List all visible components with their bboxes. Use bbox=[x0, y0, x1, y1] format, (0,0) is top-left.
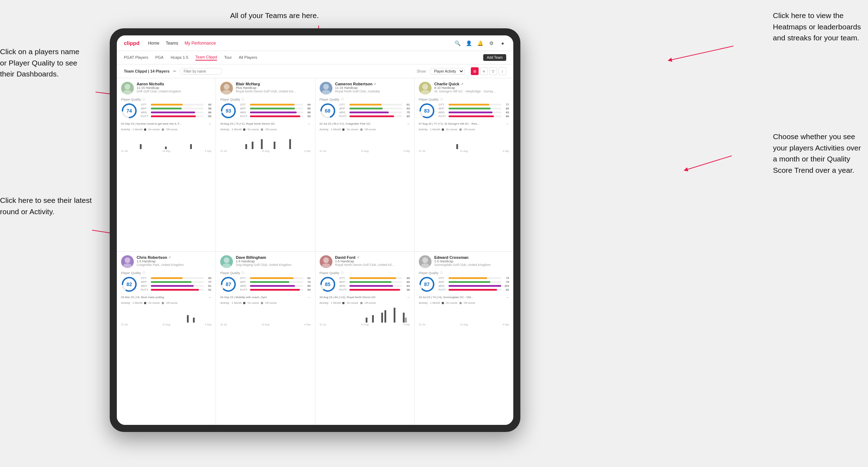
chart-bar-group bbox=[360, 322, 362, 323]
arrow-heatmaps bbox=[663, 35, 733, 64]
score-circle[interactable]: 82 bbox=[121, 276, 137, 292]
player-name[interactable]: Aaron Nicholls bbox=[137, 82, 211, 86]
player-club: Sunningdale Golf Club, United Kingdom bbox=[434, 263, 509, 267]
nav-teams[interactable]: Teams bbox=[166, 41, 178, 46]
stat-row-putt: PUTT 85 bbox=[141, 115, 211, 118]
tab-team-clippd[interactable]: Team Clippd bbox=[195, 55, 217, 61]
add-team-button[interactable]: Add Team bbox=[483, 54, 506, 61]
player-card-1[interactable]: Blair McHarg Plus Handicap Royal North D… bbox=[216, 78, 315, 251]
chart-bar-empty bbox=[322, 149, 324, 149]
table-view-button[interactable]: ≡ bbox=[480, 67, 488, 75]
chart-bar-empty bbox=[401, 149, 402, 149]
player-header: Chris Robertson ✓ 1-5 Handicap Craigmill… bbox=[121, 255, 211, 268]
stat-bar-fill-ott bbox=[349, 277, 396, 279]
chart-date-mid: 21 Aug bbox=[262, 323, 269, 326]
player-name[interactable]: Dave Billingham bbox=[236, 255, 310, 260]
player-card-2[interactable]: Cameron Robertson ✓ 11-15 Handicap Royal… bbox=[315, 78, 414, 251]
chart-bar-group bbox=[223, 149, 226, 149]
player-name[interactable]: David Ford ✓ bbox=[335, 255, 410, 260]
chart-bar-group bbox=[187, 149, 190, 149]
tab-tour[interactable]: Tour bbox=[224, 55, 232, 60]
grid-view-button[interactable]: ⊞ bbox=[471, 67, 479, 75]
stat-value-app: 58 bbox=[205, 107, 211, 110]
chart-bar-empty bbox=[506, 322, 508, 323]
chart-bar-group bbox=[382, 149, 385, 149]
player-card-6[interactable]: David Ford ✓ 1-5 Handicap Royal North De… bbox=[315, 252, 414, 425]
chart-bar-empty bbox=[350, 322, 352, 323]
nav-home[interactable]: Home bbox=[148, 41, 159, 46]
chart-bar-group bbox=[127, 149, 130, 149]
chart-bar-empty bbox=[360, 149, 362, 149]
stat-value-putt: 85 bbox=[404, 115, 410, 118]
tab-pgat[interactable]: PGAT Players bbox=[124, 55, 148, 60]
tab-all-players[interactable]: All Players bbox=[239, 55, 257, 60]
chart-bar-group bbox=[162, 322, 165, 323]
chart-bar-empty bbox=[491, 322, 492, 323]
player-card-7[interactable]: Edward Crossman 1-5 Handicap Sunningdale… bbox=[415, 252, 513, 425]
chart-bar-empty bbox=[193, 149, 195, 149]
nav-my-performance[interactable]: My Performance bbox=[185, 41, 216, 46]
tab-hcaps[interactable]: Hcaps 1-5 bbox=[171, 55, 188, 60]
latest-round[interactable]: 26 Aug 23 | 73 (+1), Royal North Devon G… bbox=[220, 122, 310, 126]
filter-input[interactable] bbox=[180, 68, 222, 75]
filter-view-button[interactable]: ▽ bbox=[489, 67, 497, 75]
latest-round[interactable]: 02 Sep 23 | Sunrise round to get back in… bbox=[121, 122, 211, 126]
search-icon[interactable]: 🔍 bbox=[454, 40, 461, 47]
score-circle[interactable]: 87 bbox=[419, 276, 435, 292]
show-select[interactable]: Player Activity bbox=[430, 68, 464, 75]
stat-row-arg: ARG 81 bbox=[141, 284, 211, 287]
settings-icon[interactable]: ⚙ bbox=[488, 40, 495, 47]
stat-row-putt: PUTT 95 bbox=[240, 115, 310, 118]
chart-date-mid: 21 Aug bbox=[460, 150, 468, 152]
latest-round[interactable]: 02 Jul 23 | 59 (+17), Craigmillar Park G… bbox=[320, 122, 410, 126]
round-arrow-icon: → bbox=[208, 295, 211, 299]
score-circle[interactable]: 83 bbox=[419, 103, 435, 119]
user-icon[interactable]: 👤 bbox=[465, 40, 472, 47]
quality-content: 83 OTT 77 APP 80 bbox=[419, 103, 509, 119]
player-name[interactable]: Edward Crossman bbox=[434, 255, 509, 260]
activity-label: Activity · 1 Month On course Off course bbox=[220, 128, 310, 131]
player-name[interactable]: Cameron Robertson ✓ bbox=[335, 82, 410, 86]
player-card-5[interactable]: Dave Billingham 1-5 Handicap Sog Maging … bbox=[216, 252, 315, 425]
latest-round[interactable]: 19 Jul 23 | 74 (+4), Sunningdale GC - Ol… bbox=[419, 295, 509, 299]
chart-bar-group bbox=[137, 322, 139, 323]
chart-bar-group bbox=[370, 149, 372, 149]
player-name[interactable]: Chris Robertson ✓ bbox=[137, 255, 211, 260]
chart-bar-empty bbox=[329, 149, 331, 149]
score-circle[interactable]: 68 bbox=[320, 103, 336, 119]
stat-label-ott: OTT bbox=[240, 103, 249, 106]
chart-bar-group bbox=[428, 322, 431, 323]
edit-icon[interactable]: ✏ bbox=[173, 69, 176, 74]
latest-round[interactable]: 04 Sep 23 | Mobility with coach, Gym → bbox=[220, 295, 310, 299]
avatar-icon[interactable]: ● bbox=[499, 40, 506, 47]
score-circle[interactable]: 85 bbox=[320, 276, 336, 292]
stat-bar-fill-app bbox=[250, 281, 289, 283]
score-circle[interactable]: 74 bbox=[121, 103, 137, 119]
latest-round[interactable]: 07 Aug 23 | 77 (+7), St George's Hill GC… bbox=[419, 122, 509, 126]
player-card-3[interactable]: Charlie Quick ✓ 6-10 Handicap St. George… bbox=[415, 78, 513, 251]
sort-view-button[interactable]: ↕ bbox=[498, 67, 506, 75]
stat-label-putt: PUTT bbox=[141, 115, 149, 118]
player-card-4[interactable]: Chris Robertson ✓ 1-5 Handicap Craigmill… bbox=[117, 252, 216, 425]
chart-bar-on bbox=[165, 147, 167, 149]
bell-icon[interactable]: 🔔 bbox=[476, 40, 484, 47]
latest-round[interactable]: 26 Aug 23 | 84 (+12), Royal North Devon … bbox=[320, 295, 410, 299]
chart-bar-group bbox=[308, 322, 311, 323]
chart-bar-on bbox=[394, 308, 395, 323]
score-circle[interactable]: 87 bbox=[220, 276, 236, 292]
tab-pga[interactable]: PGA bbox=[155, 55, 164, 60]
chart-bar-empty bbox=[447, 149, 449, 149]
latest-round[interactable]: 03 Mar 23 | 19, Must make putting → bbox=[121, 295, 211, 299]
on-course-dot bbox=[442, 129, 444, 131]
chart-bar-off bbox=[405, 318, 407, 323]
player-header: Edward Crossman 1-5 Handicap Sunningdale… bbox=[419, 255, 509, 268]
chart-bar-group bbox=[187, 315, 190, 323]
score-circle[interactable]: 93 bbox=[220, 103, 236, 119]
player-name[interactable]: Charlie Quick ✓ bbox=[434, 82, 509, 86]
player-card-0[interactable]: Aaron Nicholls 11-15 Handicap Drift Golf… bbox=[117, 78, 216, 251]
chart-bar-group bbox=[441, 149, 444, 149]
chart-bar-empty bbox=[302, 149, 303, 149]
chart-bar-group bbox=[296, 322, 298, 323]
quality-content: 68 OTT 61 APP 63 bbox=[320, 103, 410, 119]
player-name[interactable]: Blair McHarg bbox=[236, 82, 310, 86]
